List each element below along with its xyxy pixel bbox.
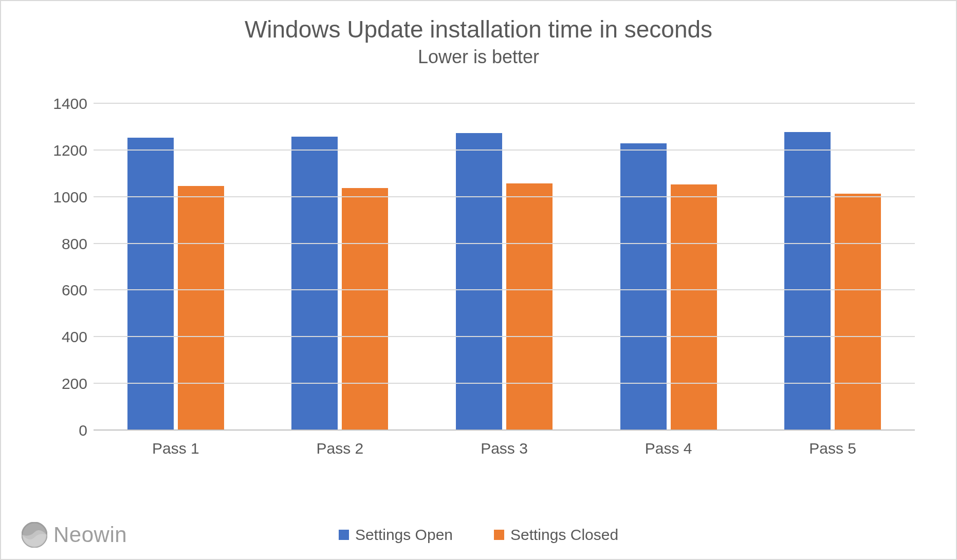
bar-group: Pass 1 xyxy=(94,104,258,431)
y-axis-tick-label: 600 xyxy=(62,282,87,299)
grid-line: 0 xyxy=(94,430,915,431)
bar-settings-open xyxy=(620,143,667,431)
bar-settings-closed xyxy=(178,186,224,431)
legend: Settings Open Settings Closed xyxy=(1,526,956,544)
plot-area: Pass 1Pass 2Pass 3Pass 4Pass 5 020040060… xyxy=(94,104,915,431)
bar-groups: Pass 1Pass 2Pass 3Pass 4Pass 5 xyxy=(94,104,915,431)
legend-item-settings-closed: Settings Closed xyxy=(494,526,618,544)
chart-subtitle: Lower is better xyxy=(1,46,956,68)
bar-settings-open xyxy=(291,137,338,431)
x-axis-category-label: Pass 1 xyxy=(94,440,258,457)
bar-group: Pass 2 xyxy=(258,104,422,431)
y-axis-tick-label: 800 xyxy=(62,235,87,253)
bar-settings-closed xyxy=(671,184,717,431)
bar-settings-closed xyxy=(506,183,553,431)
x-axis-category-label: Pass 4 xyxy=(586,440,751,457)
bar-settings-open xyxy=(456,133,502,431)
bar-settings-closed xyxy=(342,188,388,431)
chart-frame: Windows Update installation time in seco… xyxy=(0,0,957,560)
grid-line: 1200 xyxy=(94,150,915,151)
x-axis-category-label: Pass 3 xyxy=(422,440,586,457)
y-axis-tick-label: 0 xyxy=(79,422,87,439)
bar-group: Pass 4 xyxy=(586,104,751,431)
grid-line: 200 xyxy=(94,383,915,384)
grid-line: 600 xyxy=(94,289,915,290)
x-axis-category-label: Pass 5 xyxy=(750,440,915,457)
grid-line: 1000 xyxy=(94,196,915,197)
legend-label-settings-open: Settings Open xyxy=(355,526,453,544)
y-axis-tick-label: 1200 xyxy=(53,142,87,159)
grid-line: 400 xyxy=(94,336,915,337)
y-axis-tick-label: 1400 xyxy=(53,95,87,113)
bar-settings-open xyxy=(784,132,831,431)
y-axis-tick-label: 400 xyxy=(62,328,87,346)
legend-swatch-blue xyxy=(339,530,349,540)
y-axis-tick-label: 1000 xyxy=(53,189,87,206)
bar-group: Pass 3 xyxy=(422,104,586,431)
y-axis-tick-label: 200 xyxy=(62,375,87,393)
plot-wrap: Pass 1Pass 2Pass 3Pass 4Pass 5 020040060… xyxy=(32,94,925,461)
neowin-watermark: Neowin xyxy=(22,522,127,548)
neowin-watermark-text: Neowin xyxy=(53,522,127,547)
legend-swatch-orange xyxy=(494,530,504,540)
grid-line: 800 xyxy=(94,243,915,244)
legend-item-settings-open: Settings Open xyxy=(339,526,453,544)
bar-group: Pass 5 xyxy=(750,104,915,431)
grid-line: 1400 xyxy=(94,103,915,104)
legend-label-settings-closed: Settings Closed xyxy=(510,526,618,544)
x-axis-category-label: Pass 2 xyxy=(258,440,422,457)
neowin-logo-icon xyxy=(22,522,47,548)
bar-settings-open xyxy=(127,138,174,431)
chart-title: Windows Update installation time in seco… xyxy=(1,15,956,43)
bar-settings-closed xyxy=(835,194,881,431)
